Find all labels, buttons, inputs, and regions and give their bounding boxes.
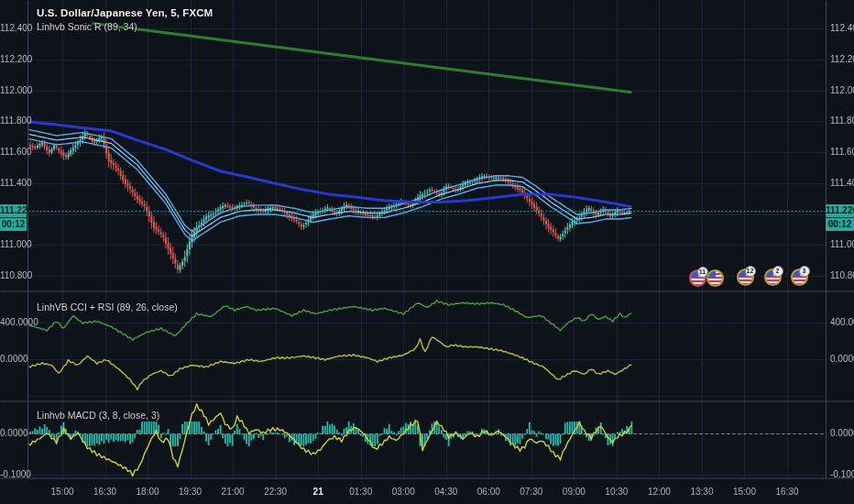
last-price-tag: 111.220 — [826, 204, 854, 217]
axis-price-label: 400.0000 — [0, 317, 24, 328]
time-axis-label: 04:30 — [434, 487, 457, 497]
axis-price-label: 110.800 — [0, 270, 24, 281]
axis-price-label: 111.400 — [0, 178, 24, 189]
indicator-macd-label[interactable]: Linhvb MACD (3, 8, close, 3) — [37, 410, 159, 421]
axis-price-label: 111.800 — [830, 115, 854, 126]
axis-price-label: 110.800 — [830, 270, 854, 281]
axis-price-label: 111.400 — [830, 178, 854, 189]
axis-price-label: 111.000 — [0, 239, 24, 250]
economic-event-flag-icon[interactable]: 3 — [791, 268, 808, 286]
axis-price-label: 111.600 — [830, 147, 854, 158]
time-axis-label: 19:30 — [179, 487, 202, 497]
axis-price-label: 400.0000 — [830, 317, 854, 328]
time-axis-label: 09:00 — [563, 487, 586, 497]
event-count-badge: 12 — [745, 266, 756, 277]
time-axis-label: 21:00 — [222, 487, 245, 497]
axis-price-label: 112.200 — [0, 54, 24, 65]
economic-event-flag-icon[interactable]: 12 — [737, 268, 754, 286]
axis-price-label: 112.400 — [0, 23, 24, 34]
indicator-cci-rsi-label[interactable]: LinhVB CCI + RSI (89, 26, close) — [37, 301, 178, 312]
time-axis-label: 22:30 — [264, 487, 287, 497]
axis-price-label: 0.0000 — [0, 354, 24, 365]
time-axis-label: 21 — [313, 487, 323, 497]
axis-price-label: 112.400 — [830, 23, 854, 34]
economic-event-flag-icon[interactable] — [706, 269, 724, 287]
axis-price-label: 112.200 — [830, 54, 854, 65]
axis-price-label: 0.0000 — [830, 354, 854, 365]
axis-price-label: 111.000 — [830, 239, 854, 250]
time-axis-label: 01:30 — [349, 487, 372, 497]
economic-event-flag-icon[interactable]: 11 — [689, 269, 706, 287]
time-axis-label: 12:00 — [648, 487, 671, 497]
symbol-title[interactable]: U.S. Dollar/Japanese Yen, 5, FXCM — [37, 7, 213, 18]
axis-price-label: 0.0000 — [0, 428, 24, 439]
time-axis-label: 15:00 — [50, 487, 73, 497]
time-axis-label: 16:30 — [93, 487, 116, 497]
chart-plot-canvas[interactable] — [0, 0, 854, 504]
time-axis-label: 03:00 — [392, 487, 415, 497]
time-axis-label: 06:00 — [477, 487, 500, 497]
time-axis-label: 16:30 — [775, 487, 798, 497]
bar-countdown-tag: 00:12 — [826, 218, 854, 231]
indicator-sonic-r-label[interactable]: Linhvb Sonic R (89, 34) — [37, 21, 213, 32]
time-axis-label: 13:30 — [690, 487, 713, 497]
economic-event-flag-icon[interactable]: 2 — [764, 268, 782, 286]
time-axis-label: 15:00 — [733, 487, 756, 497]
time-axis-label: 18:00 — [137, 487, 159, 497]
bar-countdown-tag: 00:12 — [0, 218, 27, 231]
axis-price-label: 111.600 — [0, 147, 24, 158]
symbol-legend: U.S. Dollar/Japanese Yen, 5, FXCM Linhvb… — [37, 7, 213, 32]
time-axis-label: 07:30 — [520, 487, 542, 497]
axis-price-label: -0.1000 — [0, 469, 24, 480]
event-count-badge: 3 — [799, 266, 810, 277]
axis-price-label: 112.000 — [0, 85, 24, 96]
trading-chart: U.S. Dollar/Japanese Yen, 5, FXCM Linhvb… — [0, 0, 854, 504]
event-count-badge: 2 — [772, 266, 783, 277]
axis-price-label: 0.0000 — [830, 428, 854, 439]
axis-price-label: -0.1000 — [830, 469, 854, 480]
time-axis-label: 10:30 — [605, 487, 628, 497]
axis-price-label: 111.800 — [0, 115, 24, 126]
axis-price-label: 112.000 — [830, 85, 854, 96]
last-price-tag: 111.220 — [0, 204, 27, 217]
